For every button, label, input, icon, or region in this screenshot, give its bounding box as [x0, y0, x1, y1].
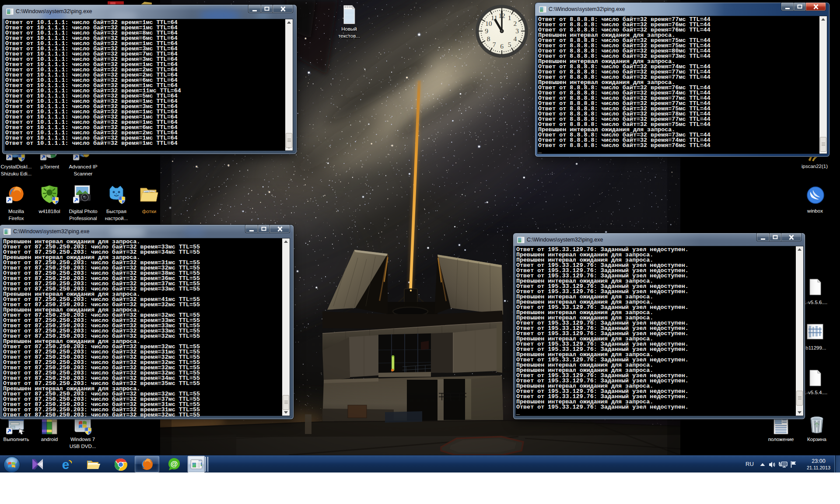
- svg-text:3: 3: [515, 27, 519, 35]
- svg-text:6: 6: [500, 42, 504, 50]
- svg-text:5: 5: [508, 41, 511, 48]
- svg-text:8: 8: [487, 35, 490, 42]
- svg-text:9: 9: [485, 27, 488, 35]
- svg-text:4: 4: [513, 35, 517, 42]
- svg-text:1: 1: [508, 14, 511, 21]
- svg-text:@: @: [171, 460, 178, 468]
- svg-text:7: 7: [493, 41, 496, 48]
- svg-text:e: e: [62, 457, 70, 472]
- svg-text:2: 2: [513, 20, 517, 27]
